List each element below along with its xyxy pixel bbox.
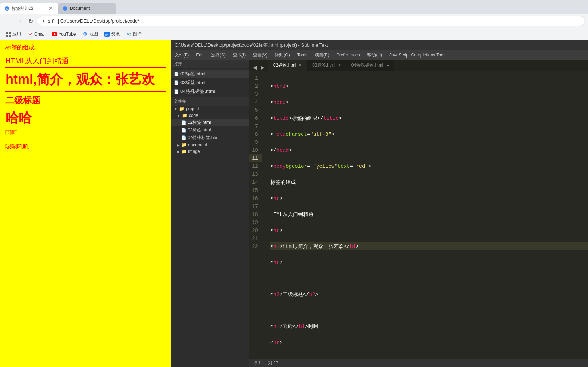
bookmark-translate[interactable]: A文 翻译: [123, 30, 144, 38]
editor-tab-04[interactable]: 04特殊标签.html ●: [346, 60, 394, 71]
editor-tab-02-close[interactable]: ✕: [298, 63, 302, 68]
code-content[interactable]: <html> <head> <title>标签的组成</title> <meta…: [265, 71, 588, 359]
tab-inactive[interactable]: Document: [58, 3, 116, 14]
menu-file[interactable]: 文件(F): [171, 51, 192, 59]
webpage-span-text: 嗯嗯吼吼: [5, 143, 166, 151]
bookmarks-bar: 应用 Gmail YouTube 地图 资讯 A文 翻译: [0, 28, 588, 40]
sublime-editor: C:\Users\DELL\Desktop\project\code\02标签.…: [171, 40, 588, 367]
bookmark-youtube[interactable]: YouTube: [49, 31, 79, 38]
webpage-title: 标签的组成: [5, 44, 166, 51]
code-scroll-area[interactable]: 1 2 3 4 5 6 7 8 9 10 11 12 13: [249, 71, 588, 359]
file-sidebar: 打开 📄 02标签.html 📄 03标签.html 📄 04特殊标签.html: [171, 60, 249, 367]
ln-18: 18: [249, 210, 262, 218]
tab-close-1[interactable]: ✕: [48, 5, 54, 12]
refresh-button[interactable]: ↻: [26, 16, 35, 27]
code-line-13: [270, 275, 588, 283]
gmail-icon: [28, 32, 33, 37]
status-text: 行 11，列 27: [253, 360, 278, 366]
folder-tree: ▼ 📁 project ▼ 📁 code 📄 02标签.html 📄: [171, 106, 249, 155]
tab-nav-buttons: ◀ ▶: [249, 64, 268, 71]
tab-favicon-2: [63, 6, 68, 11]
menu-view[interactable]: 查看(V): [249, 51, 271, 59]
ln-9: 9: [249, 138, 262, 146]
webpage-h2-second: 二级标题: [5, 95, 166, 106]
svg-point-11: [84, 33, 86, 34]
webpage: 标签的组成 HTML从入门到精通 html,简介，观众：张艺欢 二级标题 哈哈 …: [0, 40, 171, 367]
bookmark-gmail[interactable]: Gmail: [25, 31, 48, 38]
open-file-2[interactable]: 📄 03标签.html: [171, 78, 249, 87]
menu-select[interactable]: 选择(S): [207, 51, 229, 59]
menu-find[interactable]: 查找(I): [229, 51, 249, 59]
code-line-8: <hr>: [270, 194, 588, 202]
tree-project[interactable]: ▼ 📁 project: [171, 106, 249, 112]
tree-image[interactable]: ▶ 📁 image: [171, 148, 249, 155]
menu-preferences[interactable]: Preferences: [333, 51, 364, 59]
code-line-17: <hr>: [270, 339, 588, 347]
forward-button[interactable]: →: [15, 16, 25, 27]
tree-file-03[interactable]: 📄 03标签.html: [171, 126, 249, 134]
nav-bar: ← → ↻ ● 文件 | C:/Users/DELL/Desktop/proje…: [0, 14, 588, 28]
menu-help[interactable]: 帮助(H): [363, 51, 386, 59]
bookmark-maps-label: 地图: [89, 31, 98, 37]
ln-13: 13: [249, 170, 262, 178]
svg-point-2: [63, 6, 67, 11]
editor-tab-03[interactable]: 03标签.html ✕: [307, 60, 346, 71]
tab-active[interactable]: ⊙ 标签的组成 ✕: [0, 3, 58, 14]
webpage-inline-text: 呵呵: [5, 129, 166, 137]
open-file-1-name: 02标签.html: [180, 71, 206, 77]
bookmark-maps[interactable]: 地图: [80, 30, 101, 38]
ln-5: 5: [249, 106, 262, 114]
arrow-right-icon-doc: ▶: [177, 143, 180, 147]
menu-goto[interactable]: 转到(G): [271, 51, 293, 59]
svg-rect-13: [105, 33, 109, 33]
ln-2: 2: [249, 82, 262, 90]
translate-icon: A文: [126, 32, 131, 37]
tree-file-02[interactable]: 📄 02标签.html: [171, 119, 249, 126]
news-icon: [104, 32, 110, 37]
open-file-1[interactable]: 📄 02标签.html: [171, 70, 249, 78]
code-line-6: <body bgcolor = "yellow" text="red">: [270, 162, 588, 170]
code-line-14: <h2>二级标题</h2>: [270, 291, 588, 299]
editor-tab-04-label: 04特殊标签.html: [351, 62, 383, 68]
sublime-statusbar: 行 11，列 27: [249, 359, 588, 367]
ln-19: 19: [249, 218, 262, 226]
editor-tab-02[interactable]: 02标签.html ✕: [268, 60, 307, 71]
svg-text:文: 文: [129, 33, 131, 36]
bookmark-translate-label: 翻译: [133, 31, 142, 37]
address-text: 文件 | C:/Users/DELL/Desktop/project/code/: [47, 18, 139, 24]
menu-edit[interactable]: Edit: [192, 51, 207, 59]
tree-code[interactable]: ▼ 📁 code: [171, 112, 249, 119]
ln-7: 7: [249, 122, 262, 130]
bookmark-apps[interactable]: 应用: [3, 30, 24, 38]
bookmark-news[interactable]: 资讯: [102, 30, 123, 38]
code-line-1: <html>: [270, 82, 588, 90]
tab-nav-prev[interactable]: ◀: [251, 64, 258, 71]
menu-project[interactable]: 项目(P): [311, 51, 333, 59]
address-bar[interactable]: ● 文件 | C:/Users/DELL/Desktop/project/cod…: [37, 16, 585, 26]
arrow-down-icon-code: ▼: [177, 114, 180, 118]
svg-rect-3: [6, 32, 8, 34]
bookmark-news-label: 资讯: [111, 31, 120, 37]
menu-jsct[interactable]: JavaScript Completions Tools: [386, 51, 450, 59]
code-line-18: [270, 355, 588, 359]
editor-tab-03-close[interactable]: ✕: [338, 63, 341, 68]
menu-tools[interactable]: Tools: [294, 51, 311, 59]
editor-tabs: ◀ ▶ 02标签.html ✕ 03标签.html ✕ 04特殊标签.html …: [249, 60, 588, 71]
tree-document[interactable]: ▶ 📁 document: [171, 142, 249, 148]
ln-4: 4: [249, 98, 262, 106]
code-line-3: <title>标签的组成</title>: [270, 114, 588, 122]
open-file-3[interactable]: 📄 04特殊标签.html: [171, 87, 249, 96]
file-04-icon: 📄: [181, 135, 186, 140]
maps-icon: [83, 32, 88, 37]
tab-nav-next[interactable]: ▶: [259, 64, 266, 71]
tree-file-04[interactable]: 📄 04特殊标签.html: [171, 134, 249, 142]
code-line-2: <head>: [270, 98, 588, 106]
folder-image-icon: 📁: [181, 149, 187, 154]
file-icon-1: 📄: [174, 72, 179, 76]
back-button[interactable]: ←: [3, 16, 13, 27]
tab-bar: ⊙ 标签的组成 ✕ Document: [0, 0, 588, 14]
ln-11: 11: [249, 154, 262, 162]
tab-title-1: 标签的组成: [12, 5, 46, 12]
line-numbers: 1 2 3 4 5 6 7 8 9 10 11 12 13: [249, 71, 265, 359]
folder-code-icon: 📁: [182, 113, 187, 118]
